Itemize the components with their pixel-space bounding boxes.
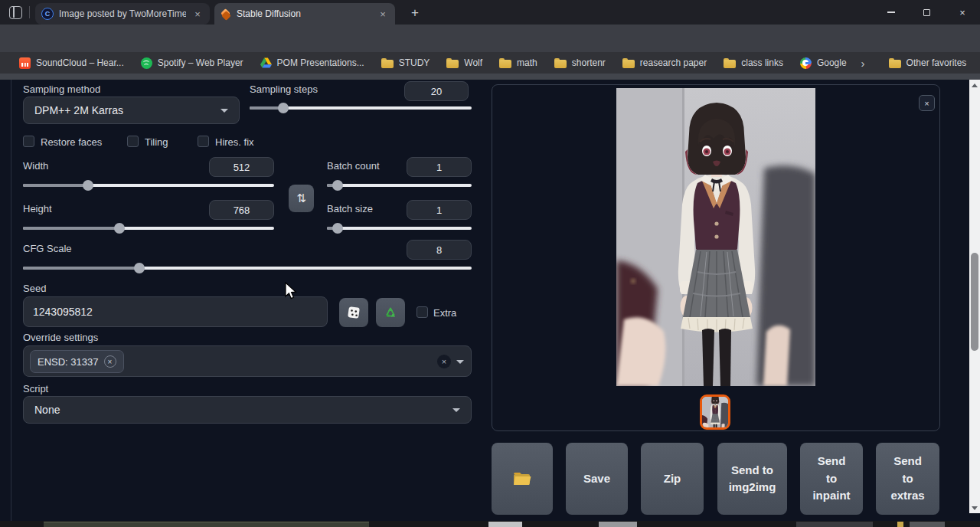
- taskbar-search-edge: [44, 522, 369, 527]
- restore-faces-checkbox[interactable]: [23, 136, 34, 147]
- width-label: Width: [23, 160, 48, 172]
- browser-toolbar: i 127.0.0.1:7860 A ☆ O » IA AD S Y M ☆ •…: [0, 25, 980, 52]
- height-slider[interactable]: [23, 223, 274, 234]
- tiling-checkbox[interactable]: [127, 136, 139, 147]
- page-scrollbar[interactable]: [969, 80, 980, 513]
- chevron-down-icon: [220, 109, 228, 113]
- stable-diffusion-page: Sampling method DPM++ 2M Karras Sampling…: [0, 80, 969, 521]
- taskbar-clock-edge: [897, 522, 903, 527]
- send-to-inpaint-button[interactable]: Send to inpaint: [800, 443, 863, 515]
- dice-icon: [347, 306, 361, 319]
- window-maximize-button[interactable]: [909, 0, 944, 25]
- send-to-img2img-button[interactable]: Send to img2img: [717, 443, 787, 515]
- new-tab-button[interactable]: +: [406, 4, 424, 22]
- send-to-extras-button[interactable]: Send to extras: [876, 443, 939, 515]
- tab-close-icon[interactable]: ×: [377, 8, 389, 20]
- bookmark-folder-shortenr[interactable]: shortenr: [546, 54, 614, 72]
- folder-icon: [554, 58, 567, 68]
- restore-faces-label: Restore faces: [41, 136, 102, 148]
- sampling-steps-input[interactable]: [404, 81, 469, 101]
- bookmark-pom-presentations[interactable]: POM Presentations...: [252, 54, 373, 72]
- zip-button[interactable]: Zip: [641, 443, 704, 515]
- generated-image[interactable]: [616, 88, 815, 386]
- window-minimize-button[interactable]: [874, 0, 909, 25]
- gallery-close-button[interactable]: ×: [919, 95, 935, 111]
- chevron-down-icon: [452, 408, 460, 412]
- browser-titlebar: C Image posted by TwoMoreTimes × Stable …: [0, 0, 980, 25]
- chevron-down-icon[interactable]: [456, 360, 464, 364]
- taskbar-sliver: [0, 521, 980, 527]
- batch-count-slider[interactable]: [327, 180, 472, 191]
- override-clear-icon[interactable]: ×: [437, 355, 451, 368]
- batch-count-label: Batch count: [327, 160, 380, 172]
- folder-icon: [446, 58, 459, 68]
- width-input[interactable]: [209, 157, 274, 177]
- cfg-scale-slider[interactable]: [23, 263, 472, 273]
- scrollbar-thumb[interactable]: [971, 253, 978, 351]
- bookmarks-overflow-icon[interactable]: ›: [855, 57, 871, 70]
- save-button[interactable]: Save: [566, 443, 628, 515]
- window-close-button[interactable]: ×: [945, 0, 980, 25]
- bookmark-folder-study[interactable]: STUDY: [373, 54, 439, 72]
- folder-icon: [499, 58, 511, 68]
- random-seed-button[interactable]: [339, 298, 368, 327]
- override-settings-label: Override settings: [23, 332, 98, 343]
- seed-label: Seed: [23, 283, 46, 294]
- seed-input[interactable]: [23, 296, 328, 327]
- extra-seed-checkbox[interactable]: [416, 306, 428, 318]
- script-label: Script: [23, 383, 48, 394]
- tab-close-icon[interactable]: ×: [191, 8, 204, 20]
- soundcloud-icon: [19, 57, 31, 69]
- batch-size-slider[interactable]: [327, 223, 472, 234]
- civitai-icon: C: [41, 8, 54, 20]
- scroll-up-arrow[interactable]: [969, 80, 980, 90]
- panel-left-border: [11, 80, 11, 521]
- cfg-scale-label: CFG Scale: [23, 243, 72, 254]
- folder-icon: [513, 472, 531, 486]
- taskbar-clock-edge: [910, 522, 945, 527]
- override-settings-box[interactable]: ENSD: 31337 × ×: [23, 345, 472, 377]
- browser-tab-stable-diffusion[interactable]: Stable Diffusion ×: [214, 3, 395, 25]
- batch-size-label: Batch size: [327, 203, 373, 214]
- bookmark-other-favorites[interactable]: Other favorites: [880, 54, 975, 72]
- bookmark-google[interactable]: Google: [792, 54, 855, 72]
- bookmark-soundcloud[interactable]: SoundCloud – Hear...: [11, 54, 132, 72]
- tiling-label: Tiling: [145, 136, 168, 148]
- extra-seed-label: Extra: [433, 307, 456, 319]
- script-dropdown[interactable]: None: [23, 396, 472, 424]
- override-chip-ensd[interactable]: ENSD: 31337 ×: [30, 350, 124, 373]
- taskbar-tray-edge: [796, 522, 873, 527]
- google-icon: [800, 57, 812, 69]
- cfg-scale-input[interactable]: [407, 240, 472, 260]
- batch-count-input[interactable]: [407, 157, 472, 177]
- titlebar-divider: [29, 6, 30, 18]
- gallery-thumbnail-selected[interactable]: [700, 394, 730, 430]
- drive-icon: [260, 57, 272, 68]
- chip-remove-icon[interactable]: ×: [104, 355, 116, 368]
- height-input[interactable]: [209, 200, 274, 220]
- width-slider[interactable]: [23, 180, 274, 191]
- bookmark-folder-wolf[interactable]: Wolf: [438, 54, 491, 72]
- bookmarks-bar: SoundCloud – Hear... Spotify – Web Playe…: [0, 52, 980, 74]
- bookmark-spotify[interactable]: Spotify – Web Player: [132, 54, 252, 72]
- scroll-down-arrow[interactable]: [969, 502, 980, 513]
- folder-icon: [622, 58, 635, 68]
- folder-icon: [381, 58, 394, 68]
- sampling-method-label: Sampling method: [23, 83, 100, 95]
- sampling-method-dropdown[interactable]: DPM++ 2M Karras: [23, 97, 240, 124]
- sampling-steps-label: Sampling steps: [250, 83, 318, 95]
- screen: C Image posted by TwoMoreTimes × Stable …: [0, 0, 980, 527]
- reuse-seed-button[interactable]: [376, 298, 405, 327]
- sampling-steps-slider[interactable]: [250, 103, 472, 113]
- batch-size-input[interactable]: [407, 200, 472, 220]
- taskbar-icon-edge: [488, 522, 522, 527]
- swap-dimensions-button[interactable]: ⇅: [289, 185, 314, 212]
- stable-diffusion-icon: [220, 8, 231, 19]
- tab-actions-icon[interactable]: [9, 6, 22, 19]
- bookmark-folder-class-links[interactable]: class links: [715, 54, 792, 72]
- browser-tab-civitai[interactable]: C Image posted by TwoMoreTimes ×: [35, 3, 210, 25]
- bookmark-folder-reasearch-paper[interactable]: reasearch paper: [614, 54, 715, 72]
- hires-fix-checkbox[interactable]: [198, 136, 209, 147]
- open-folder-button[interactable]: [492, 443, 553, 515]
- bookmark-folder-math[interactable]: math: [491, 54, 546, 72]
